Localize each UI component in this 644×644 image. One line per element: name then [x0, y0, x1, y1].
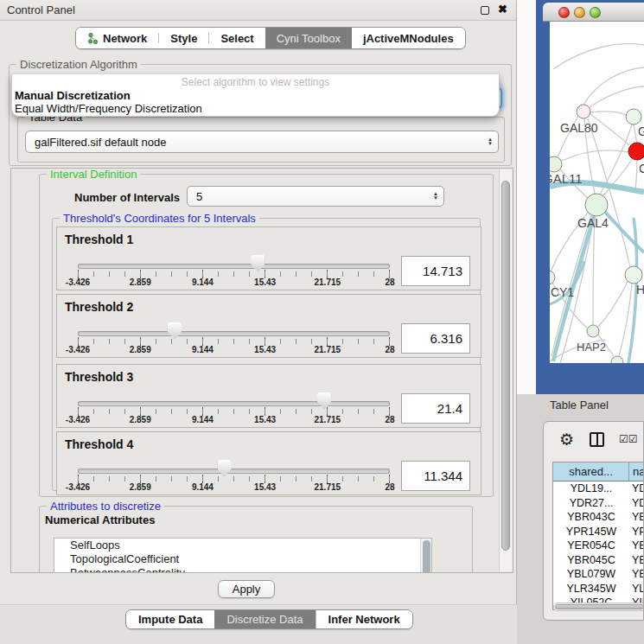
tab-network[interactable]: Network [76, 28, 158, 48]
table-data-combobox[interactable]: galFiltered.sif default node ▲▼ [25, 131, 499, 153]
cell-name[interactable]: YDL1 [629, 481, 644, 496]
network-node[interactable] [585, 194, 608, 216]
threshold-1-slider-track[interactable] [78, 264, 390, 269]
node-table[interactable]: shared... na YDL19...YDL1YDR27...YDR2YBR… [552, 462, 644, 610]
slider-minor-ticks [78, 476, 390, 481]
cell-shared-name[interactable]: YBR045C [553, 553, 629, 568]
cell-shared-name[interactable]: YBL079W [553, 567, 629, 582]
threshold-2-value-field[interactable]: 6.316 [401, 323, 470, 354]
close-icon[interactable]: ✖ [498, 3, 507, 16]
numerical-attributes-list[interactable]: SelfLoopsTopologicalCoefficientBetweenne… [54, 538, 432, 573]
dropdown-option-equal-width[interactable]: Equal Width/Frequency Discretization [12, 102, 499, 115]
table-row[interactable]: YPR145WYPR1 [553, 525, 644, 539]
column-header-shared[interactable]: shared... [553, 462, 629, 481]
maximize-traffic-light-icon[interactable] [590, 7, 601, 18]
cell-shared-name[interactable]: YBR043C [553, 510, 629, 525]
cell-shared-name[interactable]: YER054C [553, 539, 629, 553]
attributes-group-title: Attributes to discretize [47, 500, 164, 513]
slider-tick-label: 2.859 [130, 482, 151, 492]
cell-name[interactable]: YBR0 [629, 510, 644, 525]
select-columns-icon[interactable]: ☑☑ [619, 433, 638, 445]
network-node[interactable] [577, 105, 590, 118]
cell-name[interactable]: YBR0 [629, 553, 644, 568]
threshold-1-value-field[interactable]: 14.713 [401, 256, 470, 286]
network-view-window: GAL80GCGAL11GAL4GCY1HHAP2 [536, 0, 644, 394]
table-row[interactable]: YBR043CYBR0 [553, 510, 644, 525]
dropdown-option-manual-discretization[interactable]: Manual Discretization [12, 89, 499, 102]
apply-button[interactable]: Apply [218, 580, 275, 598]
network-canvas[interactable]: GAL80GCGAL11GAL4GCY1HHAP2 [550, 22, 644, 363]
close-traffic-light-icon[interactable] [558, 7, 570, 18]
threshold-3-value-field[interactable]: 21.4 [401, 393, 470, 424]
slider-tick-label: 15.43 [254, 277, 276, 287]
slider-tick-labels: -3.4262.8599.14415.4321.71528 [78, 345, 390, 356]
numerical-attributes-label: Numerical Attributes [45, 513, 155, 526]
tab-jactivemnodules[interactable]: jActiveMNodules [352, 28, 465, 48]
float-window-icon[interactable] [481, 6, 489, 15]
threshold-2-slider-track[interactable] [78, 331, 390, 336]
cell-name[interactable]: YDR2 [629, 496, 644, 511]
table-panel-title: Table Panel [550, 399, 609, 411]
table-row[interactable]: YDL19...YDL1 [553, 481, 644, 496]
network-node[interactable] [550, 156, 562, 172]
table-data-selected-value: galFiltered.sif default node [26, 136, 482, 149]
slider-tick-label: 9.144 [192, 277, 214, 287]
dropdown-hint-option[interactable]: Select algorithm to view settings [12, 76, 499, 89]
cell-shared-name[interactable]: YDL19... [553, 481, 629, 496]
table-row[interactable]: YDR27...YDR2 [553, 496, 644, 511]
number-of-intervals-combobox[interactable]: 5 ▲▼ [187, 186, 444, 207]
table-row[interactable]: YER054CYER0 [553, 539, 644, 553]
threshold-3-box: Threshold 3 -3.4262.8599.14415.4321.7152… [56, 364, 481, 428]
cell-name[interactable]: YBL0 [629, 567, 644, 582]
network-window-titlebar[interactable] [543, 3, 644, 22]
slider-tick-label: -3.426 [66, 482, 90, 492]
network-node[interactable] [625, 266, 642, 284]
cell-name[interactable]: YER0 [629, 539, 644, 553]
cell-shared-name[interactable]: YDR27... [553, 496, 629, 511]
threshold-3-slider-track[interactable] [78, 401, 390, 406]
attribute-item[interactable]: SelfLoops [54, 539, 431, 552]
threshold-4-slider-track[interactable] [78, 469, 390, 474]
tab-impute-data[interactable]: Impute Data [126, 610, 214, 628]
cell-name[interactable]: YPR1 [629, 525, 644, 539]
cell-shared-name[interactable]: YLR345W [553, 582, 629, 596]
column-header-name[interactable]: na [629, 462, 644, 481]
tab-infer-network[interactable]: Infer Network [316, 610, 412, 628]
network-node[interactable] [628, 143, 644, 160]
network-node[interactable] [587, 325, 599, 337]
slider-minor-ticks [78, 339, 390, 344]
table-horizontal-scrollbar[interactable] [553, 603, 644, 611]
number-of-intervals-label: Number of Intervals [74, 191, 180, 204]
tab-style[interactable]: Style [159, 28, 208, 48]
attribute-item[interactable]: TopologicalCoefficient [54, 552, 431, 566]
split-columns-icon[interactable] [590, 432, 604, 447]
minimize-traffic-light-icon[interactable] [574, 7, 585, 18]
control-panel-titlebar: Control Panel ✖ [0, 0, 516, 21]
tab-discretize-data[interactable]: Discretize Data [214, 610, 315, 628]
tab-cyni-toolbox[interactable]: Cyni Toolbox [265, 28, 352, 48]
table-row[interactable]: YBR045CYBR0 [553, 553, 644, 568]
slider-tick-label: 2.859 [130, 415, 151, 424]
network-node[interactable] [550, 271, 555, 284]
interval-definition-title: Interval Definition [47, 168, 140, 181]
cell-shared-name[interactable]: YPR145W [553, 525, 629, 539]
screen: Control Panel ✖ Network Style Select Cyn… [0, 0, 644, 644]
table-data-group: Table Data galFiltered.sif default node … [17, 117, 505, 163]
attribute-item[interactable]: BetweennessCentrality [54, 566, 431, 573]
gear-icon[interactable]: ⚙ [559, 430, 574, 450]
network-node[interactable] [626, 109, 641, 124]
network-node-label: HAP2 [577, 341, 606, 354]
network-node[interactable] [611, 356, 623, 363]
attributes-list-scrollbar[interactable] [420, 539, 431, 573]
table-row[interactable]: YLR345WYLR3 [553, 582, 644, 596]
cell-name[interactable]: YLR3 [629, 582, 644, 596]
threshold-4-value-field[interactable]: 11.344 [401, 461, 470, 491]
network-node-label: GAL80 [560, 121, 598, 135]
table-header-row: shared... na [553, 462, 644, 481]
slider-tick-label: 28 [385, 277, 394, 287]
tab-select[interactable]: Select [209, 28, 265, 48]
table-row[interactable]: YBL079WYBL0 [553, 567, 644, 582]
network-icon [87, 33, 99, 44]
slider-minor-ticks [78, 409, 390, 414]
settings-vertical-scrollbar[interactable] [499, 169, 512, 571]
